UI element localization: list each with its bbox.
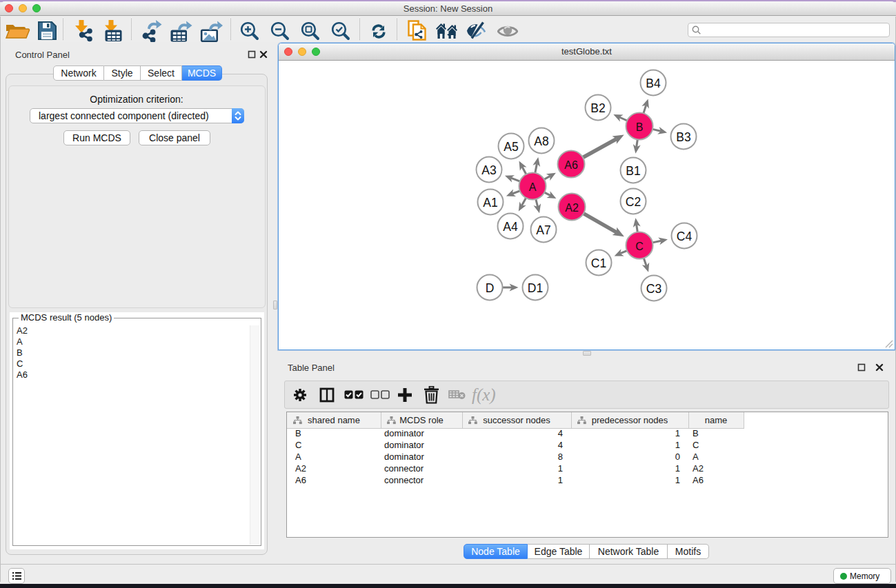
svg-text:C3: C3	[646, 282, 661, 296]
svg-text:C4: C4	[677, 230, 693, 243]
svg-text:A3: A3	[481, 163, 496, 177]
svg-text:D: D	[486, 281, 495, 295]
svg-text:A5: A5	[504, 140, 518, 154]
svg-text:B4: B4	[646, 77, 661, 90]
svg-text:B: B	[636, 121, 644, 133]
svg-text:A7: A7	[536, 223, 550, 237]
svg-text:C1: C1	[591, 256, 606, 270]
svg-text:A8: A8	[534, 134, 548, 148]
svg-text:B1: B1	[626, 164, 640, 178]
svg-text:B2: B2	[590, 101, 605, 115]
svg-text:A4: A4	[503, 220, 518, 234]
svg-text:C2: C2	[626, 195, 641, 209]
svg-text:A6: A6	[564, 159, 578, 171]
svg-text:A1: A1	[483, 196, 497, 210]
svg-text:A2: A2	[565, 202, 579, 214]
svg-text:D1: D1	[528, 281, 543, 295]
svg-text:A: A	[529, 181, 537, 193]
svg-text:C: C	[635, 241, 644, 252]
svg-text:B3: B3	[676, 130, 690, 144]
